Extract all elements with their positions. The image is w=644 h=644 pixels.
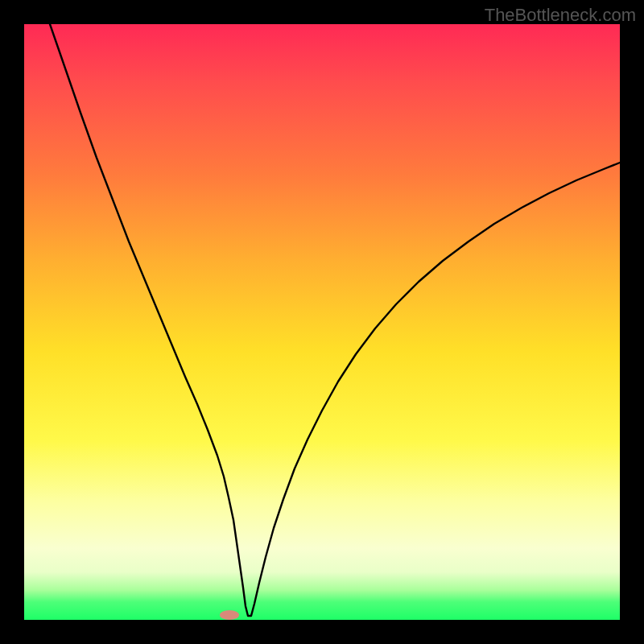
gradient-plot-area (24, 24, 620, 620)
watermark-text: TheBottleneck.com (485, 5, 636, 26)
